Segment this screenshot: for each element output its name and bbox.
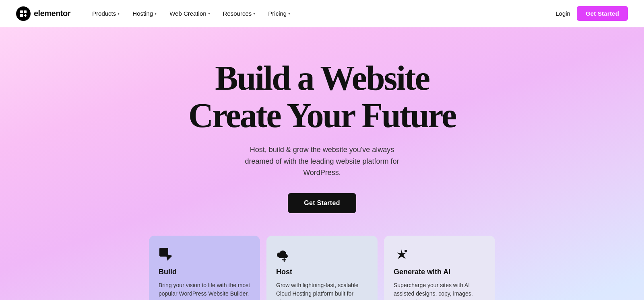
feature-cards: Build Bring your vision to life with the… xyxy=(149,236,495,300)
build-card-title: Build xyxy=(159,268,250,276)
login-button[interactable]: Login xyxy=(555,10,570,17)
ai-card-desc: Supercharge your sites with AI assisted … xyxy=(394,281,485,300)
logo-icon xyxy=(16,6,31,21)
chevron-down-icon: ▾ xyxy=(253,11,255,16)
logo[interactable]: elementor xyxy=(16,6,70,21)
host-icon xyxy=(276,247,292,263)
chevron-down-icon: ▾ xyxy=(118,11,120,16)
svg-rect-2 xyxy=(20,14,23,17)
nav-hosting[interactable]: Hosting ▾ xyxy=(127,7,162,20)
ai-card: Generate with AI Supercharge your sites … xyxy=(384,236,495,300)
nav-web-creation[interactable]: Web Creation ▾ xyxy=(164,7,215,20)
svg-rect-1 xyxy=(24,10,27,13)
nav-resources[interactable]: Resources ▾ xyxy=(217,7,261,20)
get-started-hero-button[interactable]: Get Started xyxy=(288,193,356,213)
chevron-down-icon: ▾ xyxy=(155,11,157,16)
ai-card-title: Generate with AI xyxy=(394,268,485,276)
build-card-desc: Bring your vision to life with the most … xyxy=(159,281,250,298)
build-icon xyxy=(159,247,175,263)
ai-icon xyxy=(394,247,410,263)
hero-subtitle: Host, build & grow the website you've al… xyxy=(237,144,407,179)
host-card-title: Host xyxy=(276,268,368,276)
build-card: Build Bring your vision to life with the… xyxy=(149,236,260,300)
svg-rect-0 xyxy=(20,10,23,13)
host-card-desc: Grow with lightning-fast, scalable Cloud… xyxy=(276,281,368,300)
navbar: elementor Products ▾ Hosting ▾ Web Creat… xyxy=(0,0,644,27)
chevron-down-icon: ▾ xyxy=(288,11,290,16)
svg-point-7 xyxy=(405,250,407,252)
get-started-nav-button[interactable]: Get Started xyxy=(577,6,628,21)
chevron-down-icon: ▾ xyxy=(208,11,210,16)
nav-pricing[interactable]: Pricing ▾ xyxy=(262,7,296,20)
nav-products[interactable]: Products ▾ xyxy=(87,7,125,20)
hero-title: Build a Website Create Your Future xyxy=(188,60,456,134)
host-card: Host Grow with lightning-fast, scalable … xyxy=(266,236,378,300)
nav-actions: Login Get Started xyxy=(555,6,628,21)
svg-marker-6 xyxy=(166,254,172,261)
nav-links: Products ▾ Hosting ▾ Web Creation ▾ Reso… xyxy=(87,7,296,20)
logo-text: elementor xyxy=(34,9,70,18)
svg-rect-4 xyxy=(25,14,26,17)
hero-section: Build a Website Create Your Future Host,… xyxy=(0,27,644,300)
